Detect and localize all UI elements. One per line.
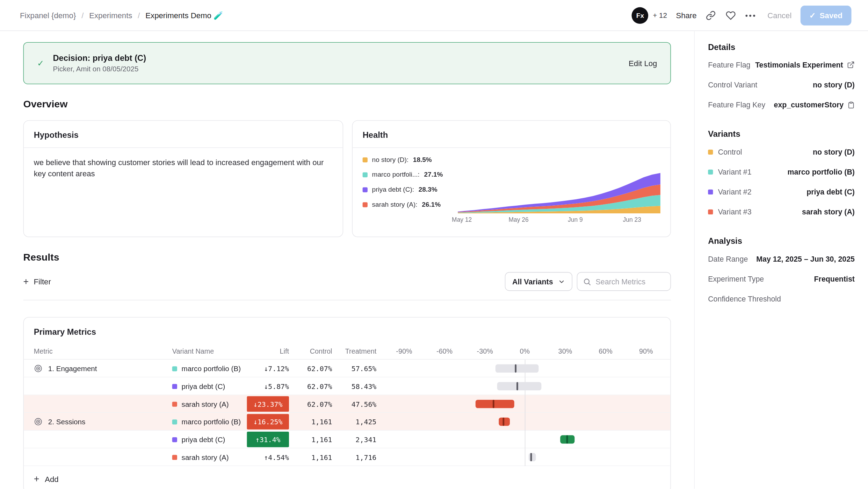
- share-button[interactable]: Share: [676, 11, 696, 20]
- variant-row-control: Control no story (D): [708, 142, 855, 162]
- table-row[interactable]: priya debt (C) ↓5.87% 62.07% 58.43%: [24, 377, 670, 395]
- ci-tick: [502, 418, 504, 426]
- stacked-area-chart: [458, 171, 660, 213]
- legend-swatch: [363, 157, 368, 162]
- copy-link-button[interactable]: [706, 10, 717, 21]
- ci-tick: [530, 453, 532, 461]
- chart-x-label: May 12: [452, 216, 472, 223]
- table-row[interactable]: sarah story (A) ↑4.54% 1,161 1,716: [24, 448, 670, 466]
- clipboard-icon[interactable]: [847, 101, 855, 108]
- table-row[interactable]: 1. Engagement marco portfolio (B) ↓7.12%…: [24, 360, 670, 377]
- treatment-value: 1,716: [332, 453, 377, 461]
- variant-cell: sarah story (A): [172, 453, 247, 461]
- favorite-button[interactable]: [725, 10, 737, 21]
- ci-bar: [499, 418, 510, 426]
- results-toolbar: + Filter All Variants: [23, 272, 671, 291]
- analysis-value: Frequentist: [814, 275, 855, 283]
- confidence-interval-plot: [390, 448, 660, 466]
- treatment-value: 58.43%: [332, 382, 377, 390]
- saved-button[interactable]: ✓ Saved: [801, 5, 852, 25]
- cancel-button[interactable]: Cancel: [767, 11, 791, 20]
- col-treatment: Treatment: [332, 347, 377, 355]
- treatment-value: 2,341: [332, 435, 377, 444]
- analysis-row-date-range: Date Range May 12, 2025 – Jun 30, 2025: [708, 249, 855, 269]
- variants-heading: Variants: [708, 129, 855, 139]
- variant-value: no story (D): [813, 148, 855, 156]
- hypothesis-title: Hypothesis: [24, 121, 342, 148]
- variant-value: marco portfolio (B): [787, 168, 854, 176]
- edit-log-button[interactable]: Edit Log: [629, 59, 657, 68]
- detail-row-control-variant: Control Variant no story (D): [708, 75, 855, 95]
- primary-metrics-title: Primary Metrics: [24, 318, 670, 343]
- ci-tick: [516, 382, 518, 390]
- health-title: Health: [353, 121, 670, 148]
- external-link-icon[interactable]: [847, 61, 855, 69]
- lift-cell: ↓5.87%: [247, 382, 289, 390]
- variant-swatch: [708, 169, 713, 174]
- search-metrics-box: [577, 272, 671, 291]
- detail-value: exp_customerStory: [774, 101, 844, 109]
- health-card: Health no story (D): 18.5% marco portfol…: [352, 120, 671, 237]
- variant-label: Variant #2: [718, 187, 752, 196]
- axis-tick: 60%: [599, 347, 613, 355]
- variant-swatch: [172, 455, 177, 460]
- hypothesis-body: we believe that showing customer stories…: [24, 148, 334, 188]
- analysis-label: Confidence Threshold: [708, 295, 781, 303]
- legend-value: 27.1%: [424, 171, 443, 178]
- variant-value: priya debt (C): [806, 187, 855, 196]
- lift-value: ↓7.12%: [264, 364, 289, 373]
- axis-tick: 90%: [639, 347, 653, 355]
- chart-x-label: May 26: [508, 216, 528, 223]
- topbar-actions: Fx + 12 Share ••• Cancel ✓ Saved: [632, 5, 851, 25]
- variant-swatch: [708, 209, 713, 214]
- decision-title: Decision: priya debt (C): [53, 53, 146, 63]
- topbar: Fixpanel {demo} / Experiments / Experime…: [0, 0, 868, 31]
- table-row[interactable]: sarah story (A) ↓23.37% 62.07% 47.56%: [24, 395, 670, 413]
- avatar[interactable]: Fx: [632, 7, 649, 24]
- legend-swatch: [363, 187, 368, 192]
- breadcrumb-item-project[interactable]: Fixpanel {demo}: [20, 11, 76, 20]
- variant-value: sarah story (A): [802, 207, 855, 216]
- collaborators-count[interactable]: + 12: [653, 11, 667, 20]
- variants-dropdown[interactable]: All Variants: [505, 272, 572, 291]
- decision-banner: ✓ Decision: priya debt (C) Picker, Amit …: [23, 42, 671, 84]
- variant-cell: priya debt (C): [172, 435, 247, 444]
- variant-row-2: Variant #2 priya debt (C): [708, 182, 855, 202]
- breadcrumb-item-experiments[interactable]: Experiments: [89, 11, 132, 20]
- search-metrics-input[interactable]: [596, 277, 663, 286]
- detail-label: Feature Flag Key: [708, 101, 765, 109]
- goal-icon: [34, 364, 43, 373]
- chart-x-label: Jun 23: [623, 216, 641, 223]
- chart-x-axis: May 12May 26Jun 9Jun 23: [458, 216, 660, 225]
- table-row[interactable]: 2. Sessions marco portfolio (B) ↓16.25% …: [24, 413, 670, 431]
- more-options-button[interactable]: •••: [745, 10, 757, 21]
- table-row[interactable]: priya debt (C) ↑31.4% 1,161 2,341: [24, 431, 670, 448]
- variant-swatch: [708, 189, 713, 194]
- heart-icon: [726, 10, 736, 20]
- saved-label: Saved: [820, 11, 842, 20]
- divider: [23, 300, 671, 300]
- legend-label: no story (D):: [372, 156, 409, 163]
- axis-tick: 0%: [520, 347, 530, 355]
- link-icon: [706, 10, 716, 20]
- add-metric-button[interactable]: + Add: [24, 466, 670, 489]
- confidence-interval-plot: [390, 360, 660, 377]
- lift-cell: ↑31.4%: [247, 432, 289, 447]
- axis-tick: -60%: [436, 347, 453, 355]
- legend-item: no story (D): 18.5%: [363, 156, 458, 163]
- legend-value: 18.5%: [413, 156, 432, 163]
- legend-item: sarah story (A): 26.1%: [363, 200, 458, 208]
- chart-x-label: Jun 9: [568, 216, 583, 223]
- detail-value[interactable]: Testimonials Experiment: [755, 61, 843, 69]
- analysis-row-experiment-type: Experiment Type Frequentist: [708, 269, 855, 289]
- axis-tick: -90%: [396, 347, 412, 355]
- add-filter-button[interactable]: + Filter: [23, 277, 51, 286]
- metric-name: 2. Sessions: [48, 418, 85, 426]
- analysis-label: Date Range: [708, 255, 748, 263]
- lift-badge-positive: ↑31.4%: [247, 432, 289, 447]
- breadcrumb-item-current[interactable]: Experiments Demo 🧪: [145, 11, 223, 20]
- ci-tick: [493, 400, 494, 408]
- lift-value: ↓5.87%: [264, 382, 289, 390]
- lift-value: ↑4.54%: [264, 453, 289, 461]
- legend-label: priya debt (C):: [372, 186, 414, 193]
